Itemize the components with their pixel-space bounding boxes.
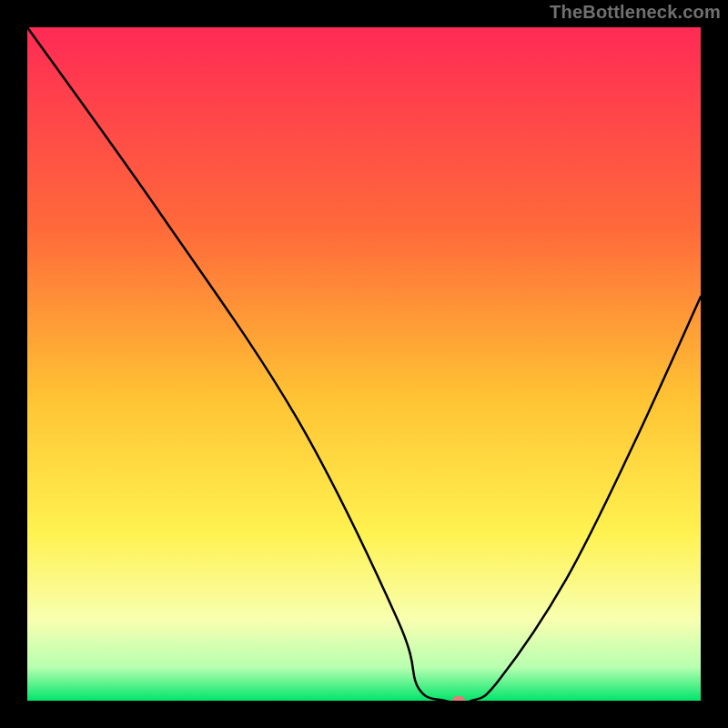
optimal-marker <box>452 696 465 701</box>
plot-svg <box>27 27 701 701</box>
watermark-text: TheBottleneck.com <box>550 2 721 23</box>
gradient-rect <box>27 27 701 701</box>
chart-frame: TheBottleneck.com <box>0 0 728 728</box>
plot-area <box>27 27 701 701</box>
